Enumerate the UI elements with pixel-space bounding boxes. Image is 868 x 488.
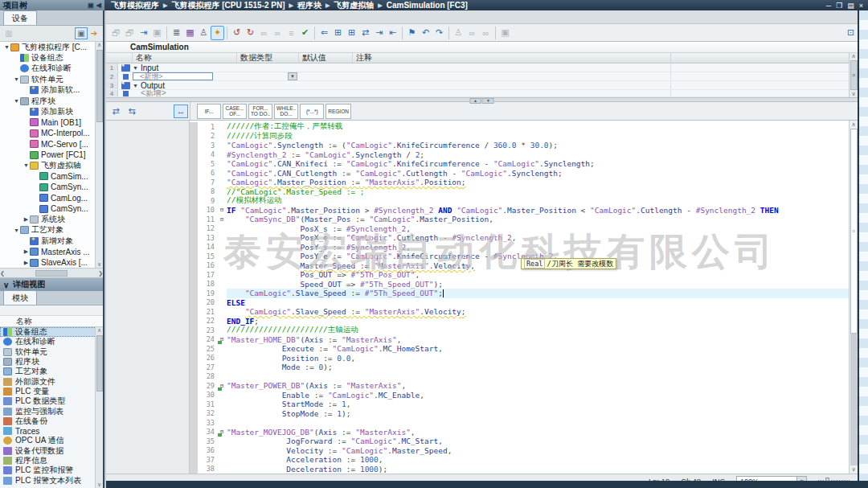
- tree-item[interactable]: 添加新块: [0, 106, 103, 117]
- code-line[interactable]: 28: [190, 372, 849, 382]
- detail-list-item[interactable]: 外部源文件: [0, 376, 103, 386]
- tab-modules[interactable]: 模块: [3, 290, 37, 305]
- scroll-right-icon[interactable]: ❯: [98, 270, 103, 277]
- code-line[interactable]: 30 Enable := "CamLogic".MC_Enable,: [190, 391, 849, 400]
- column-header[interactable]: 数据类型: [237, 53, 299, 63]
- glasses-alt-icon[interactable]: ∞: [271, 26, 285, 40]
- tree-item[interactable]: MC-Interpol...: [0, 128, 103, 138]
- scroll-up-icon[interactable]: ∧: [97, 42, 101, 48]
- snippet-button[interactable]: WHILE.. DO...: [274, 104, 298, 119]
- indent-icon[interactable]: ⇥: [372, 26, 386, 40]
- interface-scrollbar[interactable]: ∧ ≡ ∨: [849, 53, 858, 97]
- fold-icon[interactable]: ⊟: [217, 207, 227, 213]
- pin-icon[interactable]: ▣: [88, 2, 94, 9]
- insert-left-icon[interactable]: ⇐: [317, 26, 331, 40]
- detail-list-item[interactable]: 在线和诊断: [0, 337, 103, 347]
- code-line[interactable]: 5"CamLogic".CAN_Knifeci := "CamLogic".Kn…: [190, 159, 849, 169]
- code-line[interactable]: 26 Position := 0.0,: [190, 354, 849, 363]
- breadcrumb-item[interactable]: 飞剪模拟程序 [CPU 1515-2 PN]: [171, 0, 285, 11]
- tree-item[interactable]: CamSyn...: [0, 203, 103, 214]
- snippet-button[interactable]: CASE... OF...: [223, 104, 247, 119]
- menu-icon[interactable]: ▤: [847, 2, 854, 10]
- tree-item[interactable]: CamSim...: [0, 171, 103, 182]
- code-line[interactable]: 23//////////////////////主轴运动: [190, 326, 849, 335]
- snippet-button[interactable]: IF...: [197, 104, 221, 119]
- interface-row[interactable]: 2<新增>▼: [106, 72, 858, 81]
- scroll-down-icon[interactable]: ∨: [97, 261, 101, 268]
- scroll-down-icon[interactable]: ∨: [851, 465, 855, 474]
- lock-icon[interactable]: ▣: [498, 26, 512, 40]
- scroll-thumb[interactable]: [35, 270, 68, 277]
- code-line[interactable]: 35 JogForward := "CamLogic".MC_Start,: [190, 437, 849, 446]
- open-in-new-icon[interactable]: ➔: [88, 27, 100, 39]
- detail-list-item[interactable]: 程序块: [0, 357, 103, 367]
- code-line[interactable]: 36 Velocity := "CamLogic".Master_Speed,: [190, 446, 849, 456]
- scroll-down-icon[interactable]: ∨: [97, 482, 101, 488]
- update-calls-icon[interactable]: ♙: [452, 26, 465, 40]
- absolute-operands-icon[interactable]: ≣: [170, 26, 183, 40]
- code-line[interactable]: 34⊟"Master_MOVEJOG_DB"(Axis := "MasterAx…: [190, 428, 849, 437]
- snippet-button[interactable]: FOR... TO DO..: [248, 104, 272, 119]
- scroll-down-icon[interactable]: ∨: [851, 91, 855, 97]
- block-interface-icon[interactable]: ▦: [183, 26, 197, 40]
- code-scrollbar[interactable]: ∧ ≡ ∨: [849, 121, 858, 474]
- tree-item[interactable]: MC-Servo [...: [0, 139, 103, 150]
- tree-scrollbar[interactable]: ∧ ∨: [95, 42, 103, 268]
- code-line[interactable]: 10⊟IF "CamLogic".Master_Position > #Sync…: [190, 206, 849, 215]
- code-line[interactable]: 27 Mode := 0);: [190, 363, 849, 372]
- interface-row[interactable]: 3▼Output: [106, 81, 858, 90]
- tree-hscrollbar[interactable]: ❮ ❯: [0, 269, 103, 278]
- code-line[interactable]: 21 "CamLogic".Slave_Speed := "MasterAxis…: [190, 307, 849, 317]
- column-header[interactable]: 注释: [353, 53, 671, 63]
- scroll-up-icon[interactable]: ∧: [851, 53, 855, 59]
- tree-item[interactable]: ▼程序块: [0, 96, 103, 106]
- breadcrumb-item[interactable]: 飞剪模拟程序: [111, 0, 159, 11]
- user-icon[interactable]: ♙: [197, 26, 211, 40]
- snippet-button[interactable]: (*...*): [300, 104, 324, 119]
- tab-devices[interactable]: 设备: [3, 10, 37, 25]
- list-icon[interactable]: ≡: [285, 26, 298, 40]
- expander-icon[interactable]: ▶: [23, 260, 30, 266]
- keep-actual-values-icon[interactable]: ⇥: [137, 26, 150, 40]
- code-line[interactable]: 18 Speed_OUT => #"5Th_Speed_OUT");: [190, 280, 849, 289]
- code-line[interactable]: 14 PosY_s := #Synclength_2,: [190, 243, 849, 252]
- undo-icon[interactable]: ↺: [230, 26, 244, 40]
- scroll-left-icon[interactable]: ❮: [0, 270, 5, 277]
- expander-icon[interactable]: ▼: [13, 228, 20, 233]
- tree-item[interactable]: 添加新软...: [0, 85, 103, 96]
- prev-bookmark-icon[interactable]: ↶: [419, 26, 432, 40]
- tree-item[interactable]: 在线和诊断: [0, 64, 103, 74]
- detail-list-item[interactable]: PLC 变量: [0, 387, 103, 396]
- code-line[interactable]: 4#Synclength_2 := "CamLogic".Synclength …: [190, 150, 849, 160]
- scroll-thumb[interactable]: ≡: [850, 60, 858, 90]
- split-editor-icon[interactable]: ⊡: [844, 26, 858, 40]
- snapshot-icon[interactable]: ▣: [150, 26, 164, 40]
- expander-icon[interactable]: ▼: [133, 65, 138, 71]
- code-line[interactable]: 25 Execute := "CamLogic".MC_HomeStart,: [190, 344, 849, 354]
- tree-item[interactable]: Power [FC1]: [0, 150, 103, 160]
- detail-list-item[interactable]: OPC UA 通信: [0, 436, 103, 445]
- expander-icon[interactable]: ▼: [133, 83, 138, 88]
- minimize-icon[interactable]: ─: [826, 2, 831, 10]
- tree-item[interactable]: ▼工艺对象: [0, 225, 103, 236]
- detail-list-item[interactable]: 软件单元: [0, 347, 103, 357]
- scl-code-area[interactable]: 1//////作者:工控俺牛，严禁转载2//////计算同步段3"CamLogi…: [190, 121, 849, 474]
- bookmark-icon[interactable]: ⚑: [405, 26, 419, 40]
- expander-icon[interactable]: ▼: [13, 98, 20, 104]
- monitor-icon[interactable]: ✦: [211, 26, 224, 40]
- tree-item[interactable]: ▼软件单元: [0, 74, 103, 84]
- filter-icon[interactable]: ▥: [2, 27, 15, 39]
- code-line[interactable]: 33: [190, 418, 849, 428]
- code-line[interactable]: 11⊟ "CamSync_DB"(Master_Pos := "CamLogic…: [190, 215, 849, 224]
- pane-splitter[interactable]: ▲ ▼: [106, 97, 858, 102]
- swap-operands-icon[interactable]: ⇄: [358, 26, 372, 40]
- outdent-icon[interactable]: ⇤: [386, 26, 399, 40]
- tree-item[interactable]: 新增对象: [0, 236, 103, 246]
- code-line[interactable]: 17 Pos_OUT => #"5Th_Pos_OUT",: [190, 270, 849, 280]
- expander-icon[interactable]: ▶: [23, 216, 30, 223]
- fold-icon[interactable]: ⊟: [217, 216, 227, 223]
- tree-item[interactable]: ▼飞剪虚拟轴: [0, 160, 103, 170]
- code-line[interactable]: 19 "CamLogic".Slave_Speed := #"5Th_Speed…: [190, 289, 849, 298]
- fold-icon[interactable]: ⊟: [217, 429, 227, 435]
- code-line[interactable]: 24⊟"Master_HOME_DB"(Axis := "MasterAxis"…: [190, 335, 849, 345]
